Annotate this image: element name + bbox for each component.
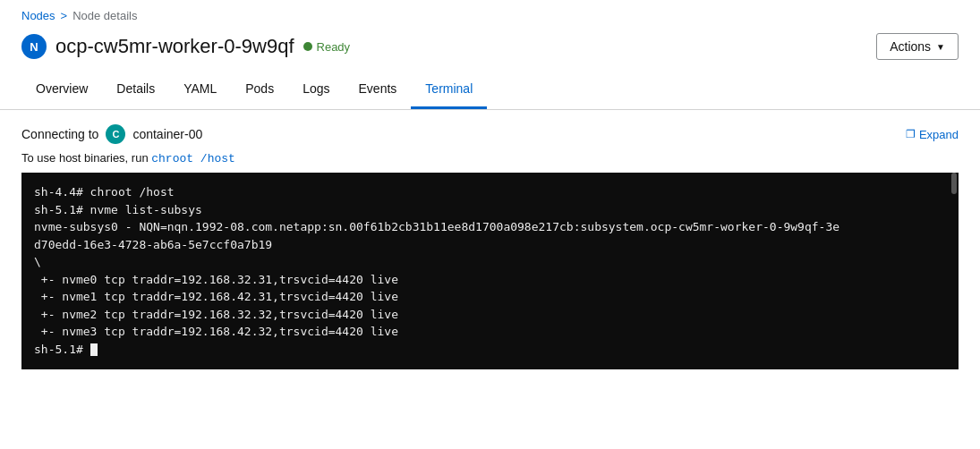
connecting-row: Connecting to C container-00 ❐ Expand <box>21 124 959 144</box>
container-icon: C <box>106 124 125 144</box>
status-dot <box>303 42 312 51</box>
terminal-scrollbar-thumb <box>951 173 957 194</box>
tab-terminal[interactable]: Terminal <box>411 71 487 109</box>
actions-label: Actions <box>890 39 931 54</box>
breadcrumb-nodes-link[interactable]: Nodes <box>21 9 55 22</box>
status-badge: Ready <box>303 40 351 54</box>
tab-overview[interactable]: Overview <box>21 71 102 109</box>
tab-events[interactable]: Events <box>345 71 412 109</box>
tab-yaml[interactable]: YAML <box>169 71 231 109</box>
tab-details[interactable]: Details <box>102 71 169 109</box>
tab-nav: Overview Details YAML Pods Logs Events T… <box>0 71 980 110</box>
chevron-down-icon: ▼ <box>936 42 945 52</box>
hint-text: To use host binaries, run chroot /host <box>21 151 959 165</box>
page-header: N ocp-cw5mr-worker-0-9w9qf Ready Actions… <box>0 30 980 71</box>
content-area: Connecting to C container-00 ❐ Expand To… <box>0 110 980 369</box>
status-label: Ready <box>317 40 351 54</box>
container-name: container-00 <box>132 127 202 141</box>
expand-icon: ❐ <box>906 128 916 140</box>
terminal-scrollbar[interactable] <box>950 173 957 369</box>
connecting-left: Connecting to C container-00 <box>21 124 202 144</box>
expand-label: Expand <box>919 128 959 141</box>
actions-button[interactable]: Actions ▼ <box>876 33 959 60</box>
hint-command: chroot /host <box>151 152 235 165</box>
tab-pods[interactable]: Pods <box>231 71 288 109</box>
terminal-cursor <box>90 343 98 356</box>
breadcrumb-current: Node details <box>72 9 137 22</box>
breadcrumb-separator: > <box>61 9 68 22</box>
tab-logs[interactable]: Logs <box>288 71 344 109</box>
header-left: N ocp-cw5mr-worker-0-9w9qf Ready <box>21 34 350 59</box>
breadcrumb: Nodes > Node details <box>0 0 980 30</box>
terminal-output: sh-4.4# chroot /host sh-5.1# nvme list-s… <box>34 183 946 358</box>
connecting-prefix: Connecting to <box>21 127 98 141</box>
expand-link[interactable]: ❐ Expand <box>906 128 959 141</box>
terminal[interactable]: sh-4.4# chroot /host sh-5.1# nvme list-s… <box>21 173 959 369</box>
node-name: ocp-cw5mr-worker-0-9w9qf <box>55 35 294 58</box>
node-icon: N <box>21 34 47 59</box>
